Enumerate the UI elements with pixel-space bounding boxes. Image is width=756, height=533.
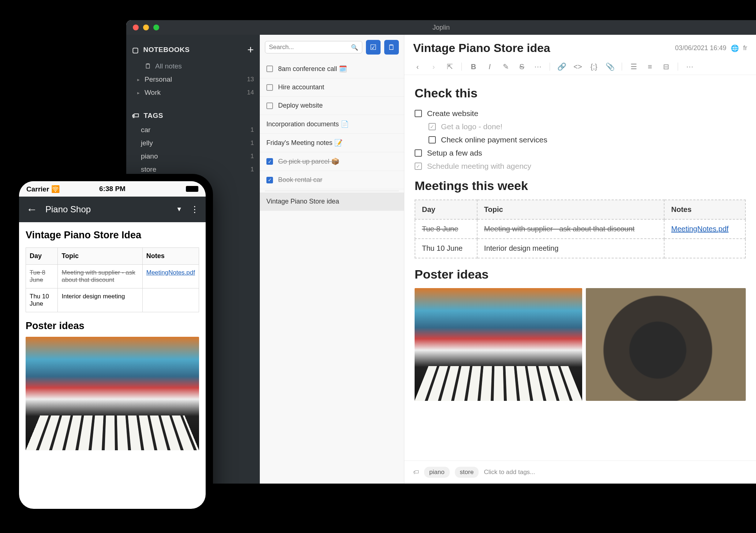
- tag-chip-store[interactable]: store: [455, 467, 479, 478]
- note-list-item[interactable]: Deploy website: [260, 97, 404, 115]
- editor-body[interactable]: Check this Create website✓Get a logo - d…: [404, 75, 756, 461]
- tags-label: TAGS: [144, 112, 163, 120]
- tags-header: 🏷 TAGS: [126, 108, 260, 123]
- note-item-title: Go pick up parcel 📦: [278, 157, 339, 165]
- note-list-item[interactable]: Friday's Meeting notes 📝: [260, 134, 404, 152]
- mobile-header-title: Piano Shop: [45, 204, 91, 215]
- close-window-button[interactable]: [133, 25, 139, 30]
- search-box[interactable]: 🔍: [265, 41, 362, 53]
- strike-button[interactable]: S: [517, 63, 526, 71]
- more-button[interactable]: ⋯: [685, 62, 694, 71]
- heading-meetings: Meetings this week: [415, 179, 746, 193]
- highlight-button[interactable]: ✎: [501, 62, 510, 71]
- new-todo-button[interactable]: ☑: [366, 40, 381, 55]
- note-list-item[interactable]: ✓Book rental car: [260, 171, 404, 189]
- carrier-label: Carrier 🛜: [26, 185, 60, 193]
- sidebar-tag-car[interactable]: car 1: [126, 123, 260, 137]
- chevron-right-icon: ▸: [137, 77, 141, 82]
- note-item-title: 8am conference call 🗓️: [278, 65, 347, 73]
- notebooks-header: ▢ NOTEBOOKS +: [126, 40, 260, 60]
- nav-forward-button[interactable]: ›: [429, 63, 438, 71]
- wifi-icon: 🛜: [51, 185, 60, 193]
- sidebar-tag-jelly[interactable]: jelly 1: [126, 137, 260, 150]
- checklist-item[interactable]: ✓Get a logo - done!: [428, 120, 746, 133]
- th-topic: Topic: [477, 200, 664, 219]
- heading-posters: Poster ideas: [415, 267, 746, 282]
- minimize-window-button[interactable]: [143, 25, 149, 30]
- italic-button[interactable]: I: [485, 63, 494, 71]
- mobile-meetings-table: Day Topic Notes Tue 8 JuneMeeting with s…: [26, 247, 199, 312]
- link-button[interactable]: 🔗: [557, 62, 566, 71]
- todo-checkbox[interactable]: [266, 66, 273, 72]
- more-format-button[interactable]: ⋯: [534, 62, 542, 71]
- tag-chip-piano[interactable]: piano: [424, 467, 450, 478]
- tag-icon: 🏷: [132, 112, 139, 120]
- checklist-item[interactable]: Create website: [415, 107, 746, 120]
- lang-indicator[interactable]: fr: [743, 44, 747, 52]
- dropdown-button[interactable]: ▼: [176, 206, 182, 213]
- note-item-title: Book rental car: [278, 176, 322, 184]
- search-icon: 🔍: [351, 44, 358, 51]
- note-item-title: Incorporation documents 📄: [266, 120, 349, 128]
- traffic-lights: [133, 25, 159, 30]
- new-note-button[interactable]: 🗒: [384, 40, 399, 55]
- sidebar-tag-piano[interactable]: piano 1: [126, 150, 260, 163]
- desktop-window: Joplin ▢ NOTEBOOKS + 🗒 All notes ▸ Perso…: [126, 20, 756, 484]
- checkbox-icon[interactable]: [415, 149, 422, 157]
- todo-checkbox[interactable]: ✓: [266, 177, 273, 183]
- attachment-button[interactable]: 📎: [606, 62, 614, 71]
- sidebar-item-personal[interactable]: ▸ Personal 13: [126, 73, 260, 86]
- tag-icon: 🏷: [413, 469, 419, 476]
- checkbox-icon[interactable]: ✓: [428, 123, 436, 130]
- note-list-item[interactable]: Hire accountant: [260, 78, 404, 97]
- bulleted-list-button[interactable]: ☰: [629, 62, 638, 71]
- checklist-item[interactable]: ✓Schedule meeting with agency: [415, 160, 746, 173]
- add-notebook-button[interactable]: +: [247, 44, 254, 56]
- sidebar-item-all-notes[interactable]: 🗒 All notes: [126, 60, 260, 73]
- table-row: Thu 10 JuneInterior design meeting: [26, 288, 199, 312]
- table-row: Tue 8 JuneMeeting with supplier - ask ab…: [26, 265, 199, 288]
- checklist-item[interactable]: Check online payment services: [428, 133, 746, 146]
- note-date: 03/06/2021 16:49: [675, 44, 726, 52]
- inline-code-button[interactable]: {;}: [590, 63, 598, 71]
- globe-icon[interactable]: 🌐: [731, 44, 739, 52]
- table-row: Thu 10 JuneInterior design meeting: [415, 239, 745, 258]
- note-list-item[interactable]: Vintage Piano Store idea: [260, 193, 404, 211]
- mobile-note-body[interactable]: Vintage Piano Store Idea Day Topic Notes…: [19, 222, 206, 509]
- bold-button[interactable]: B: [469, 63, 478, 71]
- th-day: Day: [415, 200, 477, 219]
- external-link-icon[interactable]: ⇱: [445, 62, 454, 71]
- search-input[interactable]: [269, 44, 351, 51]
- code-button[interactable]: <>: [573, 63, 582, 71]
- note-title[interactable]: Vintage Piano Store idea: [413, 41, 550, 55]
- checklist-button[interactable]: ⊟: [662, 62, 670, 71]
- notes-icon: 🗒: [145, 62, 151, 70]
- note-item-title: Friday's Meeting notes 📝: [266, 139, 343, 147]
- attachment-link[interactable]: MeetingNotes.pdf: [671, 225, 729, 233]
- add-tag-input[interactable]: Click to add tags...: [484, 469, 535, 476]
- note-list-item[interactable]: 8am conference call 🗓️: [260, 60, 404, 78]
- chevron-right-icon: ▸: [137, 90, 141, 96]
- attachment-link[interactable]: MeetingNotes.pdf: [146, 269, 195, 276]
- note-list-item[interactable]: ✓Go pick up parcel 📦: [260, 152, 404, 171]
- note-item-title: Deploy website: [278, 102, 323, 109]
- maximize-window-button[interactable]: [153, 25, 159, 30]
- checkbox-icon[interactable]: [428, 136, 436, 144]
- meetings-table: Day Topic Notes Tue 8 JuneMeeting with s…: [415, 200, 746, 258]
- todo-checkbox[interactable]: [266, 102, 273, 109]
- checklist-item[interactable]: Setup a few ads: [415, 146, 746, 160]
- poster-image-piano: [415, 288, 582, 401]
- back-button[interactable]: ←: [26, 203, 37, 216]
- checkbox-icon[interactable]: ✓: [415, 163, 422, 170]
- th-notes: Notes: [664, 200, 745, 219]
- more-options-button[interactable]: ⋮: [190, 204, 198, 215]
- sidebar-item-work[interactable]: ▸ Work 14: [126, 86, 260, 99]
- todo-checkbox[interactable]: ✓: [266, 158, 273, 165]
- note-list-item[interactable]: Incorporation documents 📄: [260, 115, 404, 134]
- numbered-list-button[interactable]: ≡: [645, 63, 654, 71]
- todo-checkbox[interactable]: [266, 84, 273, 91]
- nav-back-button[interactable]: ‹: [413, 63, 422, 71]
- checkbox-icon[interactable]: [415, 110, 422, 117]
- note-list: 🔍 ☑ 🗒 8am conference call 🗓️Hire account…: [260, 35, 404, 484]
- notebook-icon: ▢: [132, 46, 139, 54]
